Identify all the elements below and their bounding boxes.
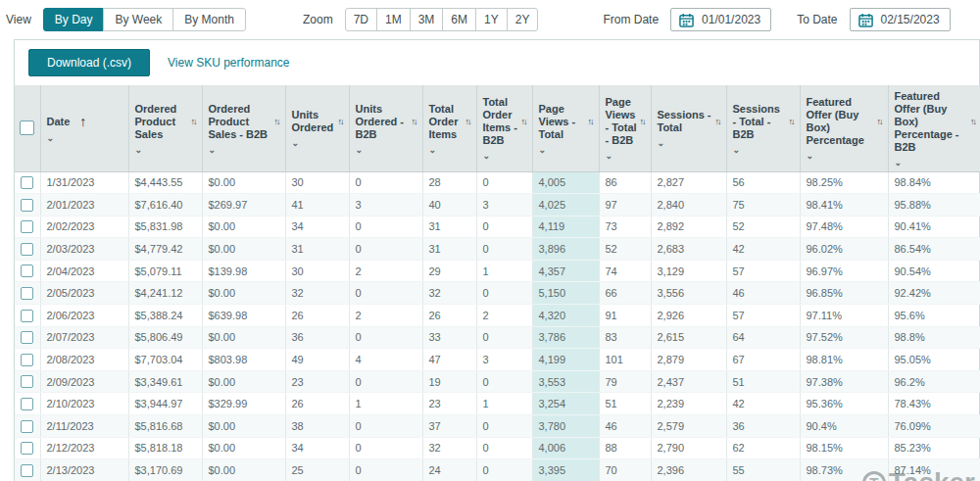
column-header-date[interactable]: Date↑⌄: [40, 85, 128, 171]
value-cell: $0.00: [202, 370, 285, 393]
value-cell: 96.02%: [800, 238, 888, 261]
caret-down-icon[interactable]: ⌄: [658, 139, 720, 147]
row-checkbox[interactable]: [21, 243, 33, 256]
zoom-option-3m[interactable]: 3M: [410, 8, 444, 31]
column-header-ordered-product-sales[interactable]: Ordered Product Sales↑↓⌄: [128, 85, 202, 171]
date-cell: 2/10/2023: [40, 393, 128, 415]
column-header-label: Total Order Items - B2B: [483, 96, 519, 147]
view-option-by-month[interactable]: By Month: [172, 8, 246, 31]
sort-icon[interactable]: ↑↓: [336, 117, 343, 126]
column-header-total-order-items-b2b[interactable]: Total Order Items - B2B↑↓⌄: [476, 85, 532, 171]
caret-down-icon[interactable]: ⌄: [209, 146, 279, 154]
value-cell: 98.73%: [800, 459, 888, 481]
sort-icon[interactable]: ↑↓: [189, 117, 196, 126]
value-cell: $7,703.04: [128, 349, 202, 371]
value-cell: 3,556: [651, 282, 726, 305]
value-cell: 1: [476, 393, 532, 415]
sort-icon[interactable]: ↑↓: [272, 117, 279, 126]
table-row: 1/31/2023$4,443.55$0.003002804,005862,82…: [15, 171, 980, 194]
row-checkbox[interactable]: [21, 199, 33, 212]
caret-down-icon[interactable]: ⌄: [356, 146, 416, 154]
value-cell: 87.14%: [888, 459, 980, 481]
value-cell: 95.88%: [888, 194, 980, 216]
sort-icon[interactable]: ↑↓: [410, 117, 416, 126]
caret-down-icon[interactable]: ⌄: [292, 139, 343, 147]
value-cell: 97.38%: [800, 370, 888, 393]
zoom-option-6m[interactable]: 6M: [442, 8, 476, 31]
row-checkbox[interactable]: [21, 331, 33, 344]
row-checkbox[interactable]: [21, 310, 33, 322]
actions-bar: Download (.csv) View SKU performance: [15, 40, 979, 85]
row-checkbox[interactable]: [21, 398, 33, 410]
column-header-units-ordered-b2b[interactable]: Units Ordered - B2B↑↓⌄: [349, 85, 422, 171]
caret-down-icon[interactable]: ⌄: [606, 152, 645, 160]
column-header-featured-offer-buy-box-percentage[interactable]: Featured Offer (Buy Box) Percentage↑↓⌄: [800, 85, 888, 171]
zoom-option-2y[interactable]: 2Y: [507, 8, 539, 31]
column-header-units-ordered[interactable]: Units Ordered↑↓⌄: [285, 85, 349, 171]
sorted-ascending-icon[interactable]: ↑: [79, 114, 86, 129]
column-header-ordered-product-sales-b2b[interactable]: Ordered Product Sales - B2B↑↓⌄: [202, 85, 285, 171]
value-cell: $0.00: [202, 238, 285, 261]
sort-icon[interactable]: ↑↓: [713, 117, 720, 126]
view-option-by-day[interactable]: By Day: [43, 8, 105, 31]
view-option-by-week[interactable]: By Week: [103, 8, 173, 31]
row-checkbox[interactable]: [21, 287, 33, 300]
zoom-option-1m[interactable]: 1M: [376, 8, 411, 31]
row-checkbox[interactable]: [21, 354, 33, 366]
download-csv-button[interactable]: Download (.csv): [28, 49, 150, 76]
select-all-checkbox[interactable]: [20, 120, 34, 135]
sort-icon[interactable]: ↑↓: [787, 117, 794, 126]
row-checkbox[interactable]: [21, 464, 33, 477]
sort-icon[interactable]: ↑↓: [638, 117, 645, 126]
zoom-option-7d[interactable]: 7D: [345, 8, 377, 31]
value-cell: 90.4%: [800, 415, 888, 438]
sort-icon[interactable]: ↑↓: [968, 117, 975, 126]
value-cell: 26: [422, 305, 476, 327]
caret-down-icon[interactable]: ⌄: [539, 146, 593, 154]
column-header-featured-offer-buy-box-percentage-b2b[interactable]: Featured Offer (Buy Box) Percentage - B2…: [888, 85, 980, 171]
sort-icon[interactable]: ↑↓: [464, 117, 470, 126]
caret-down-icon[interactable]: ⌄: [807, 152, 882, 160]
value-cell: $5,079.11: [128, 260, 202, 282]
row-checkbox-cell: [15, 326, 40, 349]
caret-down-icon[interactable]: ⌄: [895, 159, 976, 167]
value-cell: 2,579: [651, 415, 726, 438]
column-header-page-views-total[interactable]: Page Views - Total↑↓⌄: [532, 85, 599, 171]
report-toolbar: View By DayBy WeekBy Month Zoom 7D1M3M6M…: [0, 0, 980, 39]
column-header-sessions-total[interactable]: Sessions - Total↑↓⌄: [651, 85, 726, 171]
value-cell: 49: [285, 349, 349, 371]
caret-down-icon[interactable]: ⌄: [135, 146, 196, 154]
value-cell: $329.99: [202, 393, 285, 415]
value-cell: 4,006: [532, 437, 599, 459]
sort-icon[interactable]: ↑↓: [875, 117, 882, 126]
column-header-total-order-items[interactable]: Total Order Items↑↓⌄: [422, 85, 476, 171]
from-date-input[interactable]: 01/01/2023: [670, 8, 771, 31]
caret-down-icon[interactable]: ⌄: [429, 146, 470, 154]
sort-icon[interactable]: ↑↓: [586, 117, 593, 126]
value-cell: 4,357: [532, 260, 599, 282]
row-checkbox[interactable]: [21, 220, 33, 233]
row-checkbox[interactable]: [21, 176, 33, 189]
row-checkbox[interactable]: [21, 265, 33, 277]
value-cell: 3: [349, 194, 422, 216]
zoom-option-1y[interactable]: 1Y: [475, 8, 508, 31]
row-checkbox[interactable]: [21, 420, 33, 433]
caret-down-icon[interactable]: ⌄: [483, 152, 526, 160]
view-sku-performance-link[interactable]: View SKU performance: [168, 56, 290, 70]
value-cell: 4: [349, 349, 422, 371]
value-cell: 85.23%: [888, 437, 980, 459]
table-row: 2/03/2023$4,779.42$0.003103103,896522,68…: [15, 238, 980, 261]
sort-icon[interactable]: ↑↓: [519, 117, 526, 126]
value-cell: 34: [285, 437, 349, 459]
column-header-page-views-total-b2b[interactable]: Page Views - Total - B2B↑↓⌄: [599, 85, 651, 171]
to-date-input[interactable]: 02/15/2023: [850, 8, 951, 31]
value-cell: $639.98: [202, 305, 285, 327]
value-cell: 24: [422, 459, 476, 481]
view-button-group: By DayBy WeekBy Month: [43, 8, 246, 31]
row-checkbox-cell: [15, 194, 40, 216]
caret-down-icon[interactable]: ⌄: [733, 146, 794, 154]
row-checkbox[interactable]: [21, 375, 33, 388]
column-header-sessions-total-b2b[interactable]: Sessions - Total - B2B↑↓⌄: [726, 85, 800, 171]
caret-down-icon[interactable]: ⌄: [47, 134, 122, 142]
row-checkbox[interactable]: [21, 442, 33, 455]
